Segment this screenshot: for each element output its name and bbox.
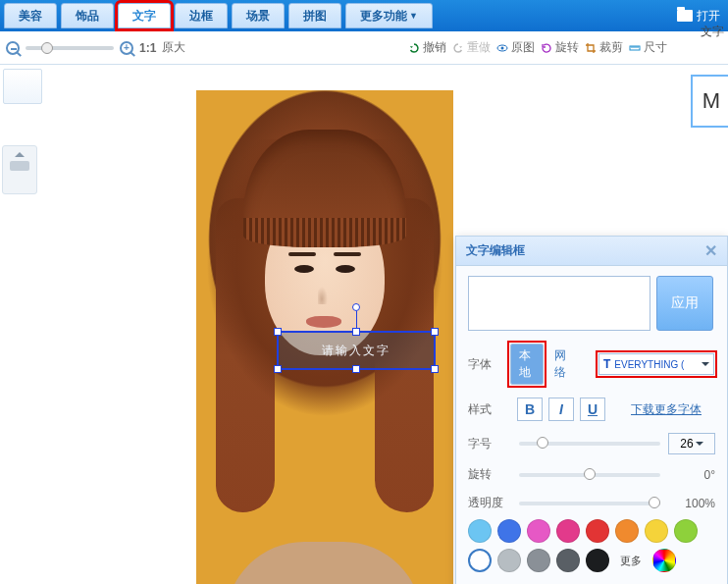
- color-swatch[interactable]: [527, 549, 550, 572]
- color-swatch-selected[interactable]: [468, 549, 492, 572]
- text-icon: T: [603, 357, 610, 371]
- dimensions-button[interactable]: 尺寸: [629, 39, 667, 56]
- color-swatch[interactable]: [497, 519, 521, 543]
- tab-accessory[interactable]: 饰品: [61, 3, 114, 28]
- tab-text[interactable]: 文字: [118, 3, 171, 28]
- font-source-remote[interactable]: 网络: [550, 345, 578, 384]
- color-swatch[interactable]: [527, 519, 550, 543]
- tab-beauty[interactable]: 美容: [4, 3, 57, 28]
- collapse-up-icon: [15, 152, 25, 157]
- color-swatch[interactable]: [586, 519, 609, 543]
- undo-icon: [408, 42, 420, 54]
- crop-button[interactable]: 裁剪: [585, 39, 623, 56]
- chevron-down-icon: ▼: [409, 11, 418, 21]
- font-source-highlight: 本地: [509, 343, 545, 386]
- color-swatch[interactable]: [615, 519, 639, 543]
- text-edit-panel: 文字编辑框 ✕ 应用 字体 本地 网络 T EVE: [455, 236, 728, 584]
- more-colors-label: 更多: [615, 549, 647, 572]
- tab-scene[interactable]: 场景: [232, 3, 285, 28]
- underline-button[interactable]: U: [580, 398, 605, 421]
- side-panel-item: [10, 161, 29, 171]
- undo-button[interactable]: 撤销: [408, 39, 446, 56]
- crop-icon: [585, 42, 597, 54]
- size-label: 字号: [468, 436, 511, 452]
- chevron-down-icon: [696, 442, 703, 446]
- resize-handle[interactable]: [352, 328, 360, 336]
- font-name: EVERYTHING (: [614, 359, 684, 370]
- zoom-slider[interactable]: [26, 46, 114, 50]
- original-image-button[interactable]: 原图: [496, 39, 535, 56]
- text-overlay-placeholder: 请输入文字: [322, 343, 390, 359]
- panel-title: 文字编辑框: [466, 242, 525, 259]
- resize-handle[interactable]: [431, 365, 439, 373]
- chevron-down-icon: [702, 362, 709, 366]
- image-canvas[interactable]: 请输入文字: [196, 90, 453, 584]
- italic-button[interactable]: I: [548, 398, 574, 421]
- open-label: 打开: [697, 8, 720, 25]
- size-value: 26: [680, 437, 693, 451]
- rotate-value: 0°: [668, 468, 715, 482]
- color-swatch[interactable]: [468, 519, 492, 543]
- opacity-label: 透明度: [468, 495, 511, 511]
- color-swatch[interactable]: [586, 549, 609, 572]
- eye-icon: [496, 42, 508, 54]
- ruler-icon: [629, 42, 641, 54]
- resize-handle[interactable]: [431, 328, 439, 336]
- tab-more-label: 更多功能: [360, 8, 407, 25]
- zoom-ratio[interactable]: 1:1: [139, 41, 156, 55]
- redo-button[interactable]: 重做: [452, 39, 491, 56]
- svg-point-1: [501, 46, 504, 49]
- color-swatch[interactable]: [645, 519, 668, 543]
- tab-collage[interactable]: 拼图: [288, 3, 341, 28]
- zoom-out-icon[interactable]: [6, 41, 20, 55]
- left-sidebar: [0, 65, 45, 108]
- zoom-original[interactable]: 原大: [162, 39, 185, 56]
- opacity-slider[interactable]: [519, 502, 660, 505]
- font-select-highlight: T EVERYTHING (: [598, 352, 715, 376]
- rotate-line: [356, 311, 357, 329]
- font-source-local[interactable]: 本地: [511, 345, 543, 384]
- text-style-swatch[interactable]: M: [691, 75, 728, 128]
- resize-handle[interactable]: [352, 365, 360, 373]
- side-panel[interactable]: [2, 145, 37, 194]
- rotate-icon: [541, 42, 552, 54]
- font-select[interactable]: T EVERYTHING (: [598, 353, 714, 375]
- resize-handle[interactable]: [274, 328, 282, 336]
- color-picker-button[interactable]: [652, 549, 676, 572]
- font-source-segment: 本地: [510, 344, 544, 385]
- right-section-label: 文字: [701, 24, 724, 40]
- bold-button[interactable]: B: [517, 398, 543, 421]
- opacity-value: 100%: [668, 497, 715, 510]
- panel-title-bar[interactable]: 文字编辑框 ✕: [456, 237, 727, 266]
- rotate-button[interactable]: 旋转: [541, 39, 579, 56]
- color-swatch[interactable]: [556, 549, 580, 572]
- rotate-label: 旋转: [468, 466, 511, 483]
- tab-border[interactable]: 边框: [175, 3, 228, 28]
- open-button[interactable]: 打开: [677, 8, 728, 25]
- color-swatch[interactable]: [556, 519, 580, 543]
- size-select[interactable]: 26: [668, 433, 715, 454]
- folder-icon: [677, 10, 693, 22]
- top-tabs: 美容 饰品 文字 边框 场景 拼图 更多功能 ▼ 打开: [0, 0, 728, 31]
- zoom-in-icon[interactable]: [120, 41, 133, 55]
- preview-thumb[interactable]: [3, 69, 42, 104]
- font-label: 字体: [468, 356, 503, 373]
- close-icon[interactable]: ✕: [704, 241, 717, 260]
- resize-handle[interactable]: [274, 365, 282, 373]
- color-swatch[interactable]: [674, 519, 698, 543]
- text-overlay[interactable]: 请输入文字: [277, 331, 436, 370]
- text-input[interactable]: [468, 276, 650, 331]
- redo-icon: [452, 42, 464, 54]
- tab-more[interactable]: 更多功能 ▼: [345, 3, 433, 28]
- rotate-handle[interactable]: [352, 303, 360, 311]
- apply-button[interactable]: 应用: [656, 276, 713, 331]
- style-label: 样式: [468, 401, 511, 418]
- color-swatch[interactable]: [497, 549, 521, 572]
- size-slider[interactable]: [519, 442, 660, 446]
- color-palette: 更多: [468, 519, 715, 572]
- rotate-slider[interactable]: [519, 473, 660, 477]
- toolbar: 1:1 原大 撤销 重做 原图 旋转 裁剪 尺寸: [0, 31, 728, 65]
- download-fonts-link[interactable]: 下载更多字体: [631, 401, 702, 418]
- workspace: 文字 M 请输入文字 文字编辑框 ✕: [0, 65, 728, 584]
